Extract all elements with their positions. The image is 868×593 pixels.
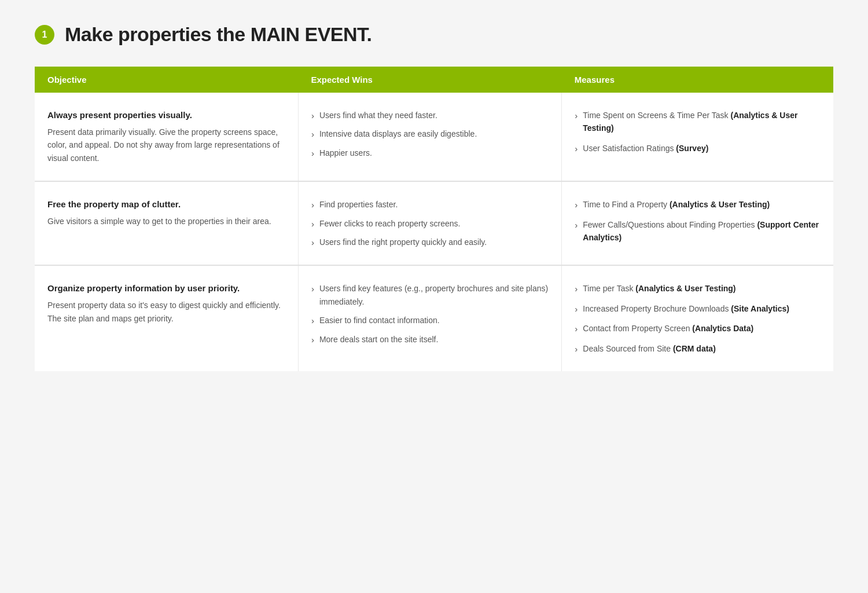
page-title: Make properties the MAIN EVENT. [65, 23, 372, 46]
wins-list: Find properties faster.Fewer clicks to r… [311, 198, 549, 248]
col-header-measures: Measures [562, 67, 833, 93]
list-item: Intensive data displays are easily diges… [311, 127, 549, 140]
objective-cell: Free the property map of clutter.Give vi… [35, 181, 298, 265]
measure-bold: (CRM data) [673, 344, 716, 353]
measures-list: Time per Task (Analytics & User Testing)… [575, 282, 821, 355]
list-item: Time per Task (Analytics & User Testing) [575, 282, 821, 295]
measures-list: Time Spent on Screens & Time Per Task (A… [575, 109, 821, 155]
list-item: Fewer Calls/Questions about Finding Prop… [575, 218, 821, 244]
objective-cell: Always present properties visually.Prese… [35, 93, 298, 181]
list-item: User Satisfaction Ratings (Survey) [575, 142, 821, 155]
table-row: Free the property map of clutter.Give vi… [35, 181, 833, 265]
measure-bold: (Analytics Data) [692, 324, 753, 333]
objective-cell: Organize property information by user pr… [35, 265, 298, 371]
list-item: Users find key features (e.g., property … [311, 282, 549, 308]
measure-bold: (Support Center Analytics) [583, 220, 819, 242]
list-item: Easier to find contact information. [311, 314, 549, 327]
objective-title: Organize property information by user pr… [47, 282, 285, 294]
table-row: Always present properties visually.Prese… [35, 93, 833, 181]
measure-bold: (Analytics & User Testing) [635, 284, 735, 293]
list-item: Fewer clicks to reach property screens. [311, 217, 549, 230]
table-body: Always present properties visually.Prese… [35, 93, 833, 371]
measure-bold: (Analytics & User Testing) [583, 111, 797, 133]
objective-desc: Present data primarily visually. Give th… [47, 126, 285, 164]
measure-bold: (Survey) [676, 144, 708, 153]
wins-list: Users find key features (e.g., property … [311, 282, 549, 346]
list-item: Deals Sourced from Site (CRM data) [575, 342, 821, 355]
page-header: 1 Make properties the MAIN EVENT. [35, 23, 833, 46]
list-item: Contact from Property Screen (Analytics … [575, 322, 821, 335]
measures-list: Time to Find a Property (Analytics & Use… [575, 198, 821, 244]
list-item: Users find the right property quickly an… [311, 236, 549, 248]
objective-desc: Present property data so it's easy to di… [47, 299, 285, 325]
list-item: Time to Find a Property (Analytics & Use… [575, 198, 821, 211]
col-header-objective: Objective [35, 67, 298, 93]
objective-title: Free the property map of clutter. [47, 198, 285, 210]
list-item: Increased Property Brochure Downloads (S… [575, 302, 821, 315]
measures-cell: Time to Find a Property (Analytics & Use… [562, 181, 833, 265]
measure-bold: (Analytics & User Testing) [670, 200, 770, 209]
wins-cell: Find properties faster.Fewer clicks to r… [298, 181, 561, 265]
wins-cell: Users find what they need faster.Intensi… [298, 93, 561, 181]
main-table: Objective Expected Wins Measures Always … [35, 67, 833, 371]
objective-title: Always present properties visually. [47, 109, 285, 121]
measure-bold: (Site Analytics) [731, 304, 789, 313]
list-item: More deals start on the site itself. [311, 333, 549, 346]
measures-cell: Time Spent on Screens & Time Per Task (A… [562, 93, 833, 181]
list-item: Happier users. [311, 147, 549, 159]
list-item: Users find what they need faster. [311, 109, 549, 122]
wins-cell: Users find key features (e.g., property … [298, 265, 561, 371]
measures-cell: Time per Task (Analytics & User Testing)… [562, 265, 833, 371]
table-header: Objective Expected Wins Measures [35, 67, 833, 93]
objective-desc: Give visitors a simple way to get to the… [47, 215, 285, 228]
number-badge: 1 [35, 25, 54, 45]
list-item: Find properties faster. [311, 198, 549, 211]
wins-list: Users find what they need faster.Intensi… [311, 109, 549, 159]
table-row: Organize property information by user pr… [35, 265, 833, 371]
list-item: Time Spent on Screens & Time Per Task (A… [575, 109, 821, 135]
col-header-wins: Expected Wins [298, 67, 561, 93]
